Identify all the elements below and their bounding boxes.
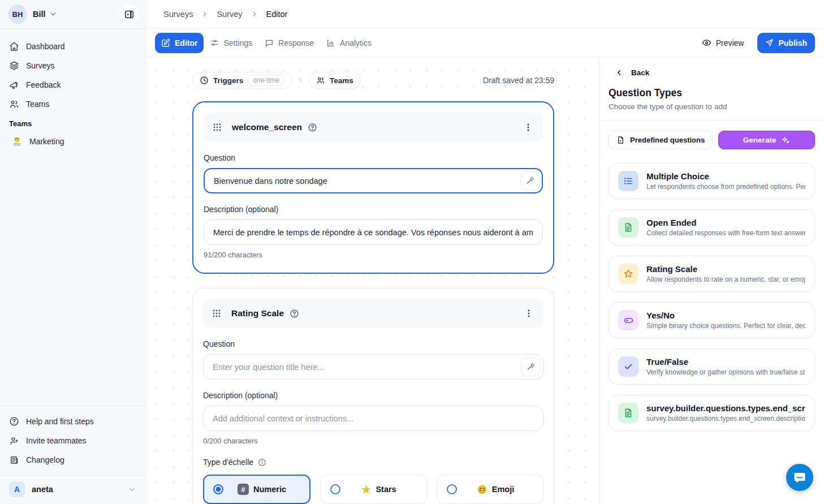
user-plus-icon bbox=[9, 436, 19, 446]
tab-editor[interactable]: Editor bbox=[155, 33, 204, 53]
kebab-menu-icon[interactable] bbox=[522, 307, 536, 320]
edit-icon bbox=[161, 38, 170, 48]
description-input-wrap bbox=[204, 219, 543, 245]
scale-option-numeric[interactable]: # Numeric bbox=[203, 475, 310, 504]
scale-type-label: Type d'échelle bbox=[203, 458, 253, 467]
question-input[interactable] bbox=[203, 354, 543, 380]
trigger-frequency-badge: one-time bbox=[248, 75, 284, 86]
workarea: Triggers one-time Teams Draft saved at 2… bbox=[146, 57, 824, 504]
info-icon[interactable] bbox=[258, 458, 266, 467]
description-input[interactable] bbox=[204, 219, 543, 245]
chat-launcher-button[interactable] bbox=[786, 464, 813, 491]
question-label: Question bbox=[204, 153, 543, 162]
tab-settings[interactable]: Settings bbox=[204, 33, 258, 53]
char-counter: 91/200 characters bbox=[204, 251, 543, 259]
chevron-right-icon bbox=[251, 10, 258, 18]
panel-title: Question Types bbox=[599, 83, 824, 99]
sidebar-nav: Dashboard Surveys Feedback Teams Teams bbox=[0, 29, 145, 150]
workspace-name: Bill bbox=[33, 10, 46, 19]
type-title: True/False bbox=[646, 357, 805, 367]
scale-option-label: Numeric bbox=[253, 485, 286, 494]
kebab-menu-icon[interactable] bbox=[521, 120, 535, 134]
description-input-wrap bbox=[203, 406, 543, 431]
question-input-wrap bbox=[203, 354, 543, 380]
list-icon bbox=[618, 171, 639, 191]
sidebar-item-label: Teams bbox=[26, 100, 49, 109]
sidebar-item-dashboard[interactable]: Dashboard bbox=[9, 37, 136, 56]
type-card-yes-no[interactable]: Yes/No Simple binary choice questions. P… bbox=[609, 302, 815, 338]
question-card-welcome-screen[interactable]: welcome_screen Question bbox=[192, 101, 554, 274]
teams-chip[interactable]: Teams bbox=[309, 72, 361, 89]
help-circle-icon[interactable] bbox=[308, 123, 317, 132]
sidebar-item-surveys[interactable]: Surveys bbox=[9, 56, 136, 75]
drag-handle-icon[interactable] bbox=[212, 309, 221, 318]
radio-checked[interactable] bbox=[213, 484, 223, 494]
sidebar-item-invite[interactable]: Invite teammates bbox=[9, 431, 136, 450]
tab-analytics[interactable]: Analytics bbox=[320, 33, 378, 53]
check-icon bbox=[618, 356, 639, 377]
scale-option-stars[interactable]: ★ Stars bbox=[321, 475, 427, 504]
scale-option-emoji[interactable]: Emoji bbox=[437, 475, 543, 504]
type-description: Simple binary choice questions. Perfect … bbox=[646, 322, 805, 330]
send-icon bbox=[765, 38, 774, 47]
help-circle-icon[interactable] bbox=[290, 309, 299, 318]
type-card-true-false[interactable]: True/False Verify knowledge or gather op… bbox=[609, 348, 815, 385]
tab-label: Response bbox=[278, 38, 314, 48]
description-input[interactable] bbox=[203, 406, 543, 431]
sliders-icon bbox=[210, 38, 219, 48]
main-column: Surveys Survey Editor Editor Settings R bbox=[146, 0, 824, 504]
tab-response[interactable]: Response bbox=[258, 33, 320, 53]
generate-button[interactable]: Generate bbox=[718, 131, 815, 149]
type-description: Verify knowledge or gather opinions with… bbox=[646, 368, 805, 376]
chevron-left-icon bbox=[615, 68, 623, 77]
magic-wand-icon bbox=[526, 363, 535, 372]
description-label: Description (optional) bbox=[203, 391, 543, 400]
workspace-switcher[interactable]: BH Bill bbox=[0, 0, 145, 29]
card-body: Question Description (optional) bbox=[193, 328, 554, 504]
sidebar-item-team-marketing[interactable]: Marketing bbox=[9, 132, 136, 150]
breadcrumb-surveys[interactable]: Surveys bbox=[163, 10, 193, 19]
sidebar-item-changelog[interactable]: Changelog bbox=[9, 450, 136, 469]
sidebar-item-feedback[interactable]: Feedback bbox=[9, 75, 136, 94]
breadcrumb-survey[interactable]: Survey bbox=[217, 10, 242, 19]
chevron-down-icon bbox=[128, 485, 136, 494]
sidebar-footer: Help and first steps Invite teammates Ch… bbox=[0, 406, 145, 469]
preview-label: Preview bbox=[716, 38, 744, 48]
drag-handle-icon[interactable] bbox=[213, 123, 222, 132]
triggers-chip[interactable]: Triggers one-time bbox=[192, 72, 292, 89]
file-icon bbox=[616, 136, 625, 144]
type-card-multiple-choice[interactable]: Multiple Choice Let respondents choose f… bbox=[609, 163, 815, 199]
ai-rewrite-button[interactable] bbox=[520, 171, 540, 190]
ai-rewrite-button[interactable] bbox=[521, 357, 540, 376]
collapse-sidebar-button[interactable] bbox=[119, 5, 139, 24]
question-card-rating-scale[interactable]: Rating Scale Question bbox=[192, 288, 554, 504]
sidebar-item-help[interactable]: Help and first steps bbox=[9, 412, 136, 431]
type-title: Open Ended bbox=[646, 218, 805, 227]
type-card-rating-scale[interactable]: Rating Scale Allow respondents to rate o… bbox=[609, 256, 815, 292]
question-input[interactable] bbox=[204, 168, 543, 193]
sidebar-item-teams[interactable]: Teams bbox=[9, 94, 136, 114]
smiley-emoji-icon bbox=[477, 484, 488, 495]
panel-collapse-icon bbox=[124, 9, 135, 20]
preview-button[interactable]: Preview bbox=[696, 33, 750, 53]
type-title: Yes/No bbox=[646, 311, 805, 320]
draft-saved-status: Draft saved at 23:59 bbox=[483, 76, 554, 85]
card-header: welcome_screen bbox=[204, 113, 543, 142]
back-button[interactable]: Back bbox=[599, 61, 824, 83]
sidebar-item-label: Help and first steps bbox=[26, 417, 94, 426]
publish-button[interactable]: Publish bbox=[757, 33, 815, 53]
type-card-end-screen[interactable]: survey.builder.questions.types.end_scr..… bbox=[609, 395, 815, 431]
card-title: Rating Scale bbox=[231, 308, 284, 318]
type-card-open-ended[interactable]: Open Ended Collect detailed responses wi… bbox=[609, 209, 815, 245]
radio-unchecked[interactable] bbox=[330, 484, 340, 494]
numeric-keycap-icon: # bbox=[238, 484, 249, 495]
char-counter: 0/200 characters bbox=[203, 437, 543, 445]
account-switcher[interactable]: A aneta bbox=[0, 475, 145, 504]
breadcrumb-editor: Editor bbox=[266, 10, 288, 19]
account-avatar: A bbox=[9, 481, 25, 497]
type-description: Collect detailed responses with free-for… bbox=[646, 229, 805, 237]
radio-unchecked[interactable] bbox=[447, 484, 457, 494]
predefined-questions-button[interactable]: Predefined questions bbox=[609, 131, 713, 149]
magic-wand-icon bbox=[525, 176, 534, 186]
editor-toolbar: Editor Settings Response Analytics bbox=[146, 29, 824, 57]
